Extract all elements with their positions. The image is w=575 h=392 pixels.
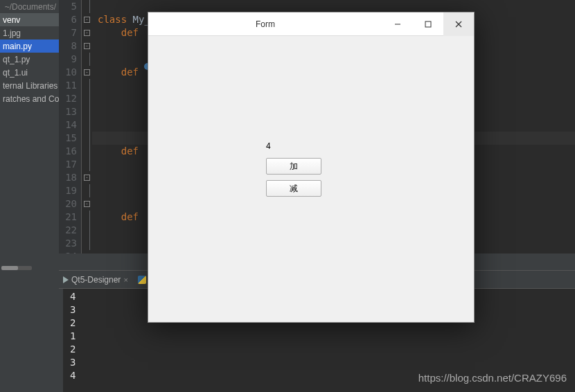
sidebar-item[interactable]: qt_1.py <box>0 53 59 66</box>
sub-button[interactable]: 减 <box>266 180 321 197</box>
sidebar-item[interactable]: ternal Libraries <box>0 79 59 92</box>
sidebar-item[interactable]: ratches and Cons <box>0 92 59 105</box>
play-icon <box>63 276 69 283</box>
add-button[interactable]: 加 <box>266 158 321 175</box>
close-button[interactable] <box>443 12 474 36</box>
output-line: 2 <box>70 343 575 356</box>
output-line: 1 <box>70 330 575 343</box>
minimize-button[interactable] <box>382 12 413 36</box>
sidebar-item[interactable]: venv <box>0 13 59 26</box>
sidebar-item[interactable]: main.py <box>0 39 59 53</box>
svg-rect-2 <box>425 21 431 27</box>
watermark: https://blog.csdn.net/CRAZY696 <box>418 372 567 384</box>
qt-form-window[interactable]: Form 4 加 减 <box>148 12 475 323</box>
tab-label: Qt5-Designer <box>71 275 121 285</box>
window-title: Form <box>148 19 382 29</box>
run-tab[interactable]: Qt5-Designer× <box>63 275 128 285</box>
python-icon <box>138 276 146 284</box>
index-progress <box>1 266 32 270</box>
titlebar[interactable]: Form <box>148 12 474 36</box>
sidebar-item[interactable]: qt_1.ui <box>0 66 59 79</box>
maximize-button[interactable] <box>413 12 443 36</box>
form-body: 4 加 减 <box>148 36 474 322</box>
fold-column[interactable]: ------- <box>81 0 92 253</box>
root-path: ~/Documents/ <box>0 0 59 13</box>
output-line: 3 <box>70 356 575 369</box>
sidebar-item[interactable]: 1.jpg <box>0 26 59 39</box>
project-sidebar[interactable]: ~/Documents/ venv1.jpgmain.pyqt_1.pyqt_1… <box>0 0 59 392</box>
close-icon[interactable]: × <box>123 276 127 284</box>
output-gutter <box>59 289 63 392</box>
line-gutter: 56789101112131415161718192021222324 <box>59 0 81 253</box>
counter-label: 4 <box>266 141 271 151</box>
